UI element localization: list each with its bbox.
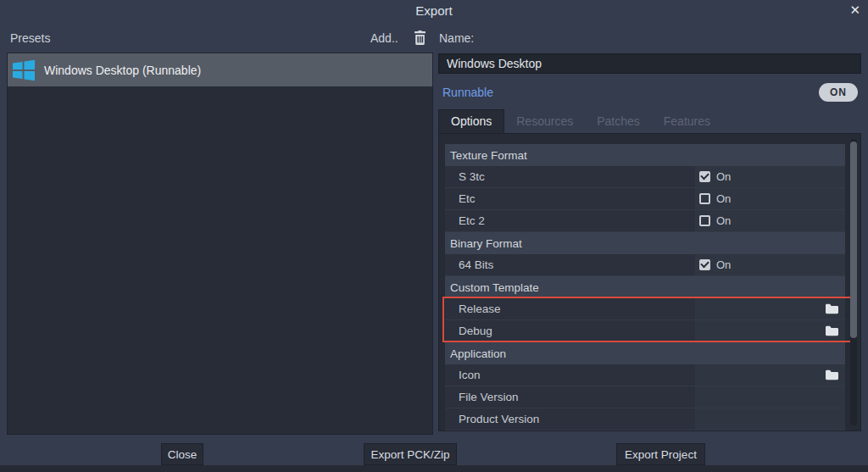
export-project-button[interactable]: Export Project (616, 443, 705, 465)
option-row[interactable]: Icon (445, 364, 845, 386)
option-row[interactable]: S 3tcOn (445, 166, 845, 188)
option-section-header: Binary Format (445, 232, 845, 254)
checkbox-state-label: On (716, 214, 731, 227)
folder-icon[interactable] (826, 369, 838, 380)
preset-name-input[interactable] (438, 53, 861, 74)
section-header-label: Binary Format (445, 232, 845, 254)
tab-patches[interactable]: Patches (585, 110, 652, 133)
dialog-bottom-edge (0, 465, 868, 472)
tab-features[interactable]: Features (652, 110, 722, 133)
option-row[interactable]: EtcOn (445, 188, 845, 210)
delete-preset-icon[interactable] (413, 31, 427, 46)
preset-item-windows-desktop[interactable]: Windows Desktop (Runnable) (8, 53, 432, 86)
section-header-label: Texture Format (445, 144, 845, 166)
option-value[interactable]: On (695, 254, 845, 275)
option-label: File Version (445, 386, 695, 408)
option-value[interactable] (695, 298, 845, 319)
scrollbar-thumb[interactable] (850, 142, 857, 338)
options-rows: Texture FormatS 3tcOnEtcOnEtc 2OnBinary … (445, 144, 845, 430)
option-row[interactable]: Etc 2On (445, 210, 845, 232)
option-row[interactable]: Product Version (445, 408, 845, 430)
option-section-header: Application (445, 342, 845, 364)
option-label: Product Version (445, 408, 695, 430)
options-panel: Texture FormatS 3tcOnEtcOnEtc 2OnBinary … (438, 133, 861, 431)
detail-tabs: Options Resources Patches Features (438, 111, 722, 133)
option-label: Etc 2 (445, 210, 695, 231)
option-label: Etc (445, 188, 695, 209)
checkbox-unchecked-icon[interactable] (699, 193, 710, 204)
option-section-header: Texture Format (445, 144, 845, 166)
option-value[interactable]: On (695, 188, 845, 209)
option-label: S 3tc (445, 166, 695, 187)
checkbox-state-label: On (716, 192, 731, 205)
option-value[interactable]: On (695, 166, 845, 187)
checkbox-state-label: On (716, 258, 731, 271)
close-icon[interactable]: ✕ (849, 3, 860, 18)
option-row[interactable]: 64 BitsOn (445, 254, 845, 276)
folder-icon[interactable] (826, 325, 838, 336)
option-value[interactable] (695, 320, 845, 342)
presets-list: Windows Desktop (Runnable) (7, 53, 433, 435)
option-row[interactable]: Debug (445, 320, 845, 342)
option-section-header: Custom Template (445, 276, 845, 298)
tab-resources[interactable]: Resources (504, 110, 585, 133)
name-label: Name: (439, 31, 474, 45)
option-row[interactable]: Release (445, 298, 845, 320)
section-header-label: Custom Template (445, 276, 845, 298)
option-value[interactable] (695, 386, 845, 408)
preset-item-label: Windows Desktop (Runnable) (44, 64, 201, 77)
options-scrollbar[interactable] (850, 139, 857, 425)
option-value[interactable] (695, 408, 845, 430)
checkbox-unchecked-icon[interactable] (699, 215, 710, 226)
export-pck-zip-button[interactable]: Export PCK/Zip (364, 443, 457, 465)
runnable-label: Runnable (442, 86, 493, 99)
option-label: Release (445, 298, 695, 319)
windows-logo-icon (10, 57, 37, 84)
folder-icon[interactable] (826, 303, 838, 314)
option-label: 64 Bits (445, 254, 695, 275)
runnable-toggle[interactable]: ON (819, 83, 858, 102)
presets-label: Presets (10, 31, 50, 45)
option-row[interactable]: File Version (445, 386, 845, 408)
checkbox-checked-icon[interactable] (699, 171, 710, 182)
option-label: Icon (445, 364, 695, 386)
option-label: Debug (445, 320, 695, 342)
option-value[interactable] (695, 364, 845, 386)
section-header-label: Application (445, 342, 845, 364)
checkbox-state-label: On (716, 170, 731, 183)
close-button[interactable]: Close (161, 443, 203, 465)
tab-options[interactable]: Options (438, 109, 504, 133)
add-preset-button[interactable]: Add.. (370, 31, 398, 45)
checkbox-checked-icon[interactable] (699, 259, 710, 270)
option-value[interactable]: On (695, 210, 845, 231)
dialog-title: Export (0, 3, 868, 18)
